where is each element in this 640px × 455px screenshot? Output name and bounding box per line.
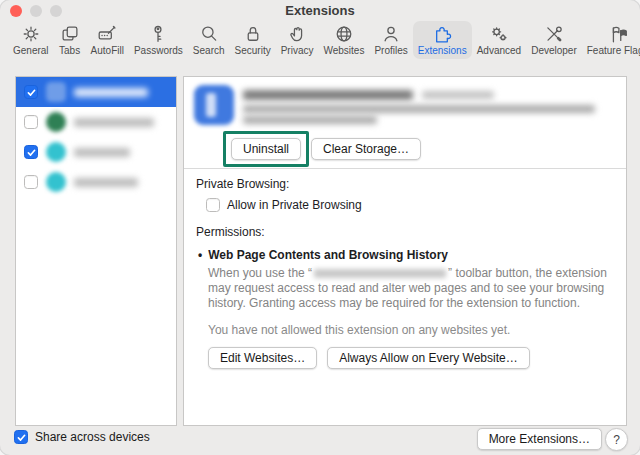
toolbar-tab-label: Search (193, 45, 225, 56)
toolbar-tab-label: Privacy (281, 45, 314, 56)
toolbar-tab-label: General (13, 45, 49, 56)
key-icon (147, 23, 169, 45)
redacted-extension-name (74, 148, 130, 157)
permission-description: When you use the “” toolbar button, the … (208, 266, 616, 311)
settings-toolbar: General Tabs AutoFill Passwords Search S… (0, 19, 640, 58)
extension-list-item[interactable] (16, 107, 176, 137)
lock-icon (242, 23, 264, 45)
toolbar-tab-label: Advanced (477, 45, 521, 56)
uninstall-button[interactable]: Uninstall (231, 138, 301, 160)
extension-icon (46, 112, 66, 132)
toolbar-tab-label: Profiles (374, 45, 407, 56)
redacted-extension-name-inline (314, 269, 446, 278)
toolbar-tab-privacy[interactable]: Privacy (276, 21, 319, 59)
permissions-label: Permissions: (196, 225, 614, 239)
tools-icon (543, 23, 565, 45)
extension-enabled-checkbox[interactable] (24, 145, 38, 159)
toolbar-tab-general[interactable]: General (8, 21, 54, 59)
toolbar-tab-label: Security (235, 45, 271, 56)
share-across-devices-checkbox[interactable] (14, 430, 28, 444)
extension-list-item[interactable] (16, 167, 176, 197)
redacted-extension-name (74, 118, 154, 127)
redacted-extension-version (422, 91, 494, 99)
globe-icon (333, 23, 355, 45)
extensions-sidebar-list (15, 76, 177, 426)
extension-icon (46, 142, 66, 162)
extension-enabled-checkbox[interactable] (24, 85, 38, 99)
allow-private-browsing-checkbox[interactable] (206, 198, 220, 212)
gear-icon (20, 23, 42, 45)
toolbar-tab-label: Feature Flags (587, 45, 640, 56)
tabs-icon (59, 23, 81, 45)
toolbar-tab-label: Extensions (418, 45, 467, 56)
safari-settings-window: Extensions General Tabs AutoFill Passwor… (0, 0, 640, 455)
flags-icon (607, 23, 629, 45)
puzzle-icon (431, 23, 453, 45)
toolbar-tab-label: Websites (323, 45, 364, 56)
titlebar: Extensions (0, 0, 640, 20)
always-allow-button[interactable]: Always Allow on Every Website… (327, 347, 530, 369)
tutorial-highlight-box: Uninstall (223, 131, 309, 167)
toolbar-tab-profiles[interactable]: Profiles (369, 21, 412, 59)
toolbar-tab-autofill[interactable]: AutoFill (86, 21, 129, 59)
toolbar-tab-extensions[interactable]: Extensions (413, 21, 472, 59)
websites-status-text: You have not allowed this extension on a… (208, 323, 614, 337)
toolbar-tab-security[interactable]: Security (230, 21, 276, 59)
toolbar-tab-label: Developer (531, 45, 577, 56)
redacted-extension-title (243, 90, 413, 100)
window-title: Extensions (0, 3, 640, 18)
redacted-extension-description-line1 (243, 105, 595, 113)
autofill-icon (96, 23, 118, 45)
permission-title: Web Page Contents and Browsing History (208, 248, 448, 262)
extension-detail-header: Uninstall Clear Storage… (184, 77, 626, 169)
clear-storage-button[interactable]: Clear Storage… (311, 138, 421, 160)
toolbar-tab-label: Tabs (59, 45, 80, 56)
share-across-devices-row: Share across devices (14, 430, 150, 444)
toolbar-tab-label: Passwords (134, 45, 183, 56)
bullet-glyph: • (198, 248, 202, 262)
allow-private-browsing-label: Allow in Private Browsing (227, 198, 362, 212)
extension-app-icon (194, 85, 234, 125)
help-button[interactable]: ? (605, 428, 628, 451)
toolbar-tab-passwords[interactable]: Passwords (129, 21, 188, 59)
hand-icon (286, 23, 308, 45)
toolbar-tab-developer[interactable]: Developer (526, 21, 582, 59)
gears-icon (488, 23, 510, 45)
extension-enabled-checkbox[interactable] (24, 175, 38, 189)
redacted-extension-name (74, 178, 138, 187)
extension-icon (46, 82, 66, 102)
toolbar-tab-websites[interactable]: Websites (318, 21, 369, 59)
extension-list-item[interactable] (16, 137, 176, 167)
magnifier-icon (198, 23, 220, 45)
toolbar-tab-tabs[interactable]: Tabs (54, 21, 86, 59)
toolbar-tab-label: AutoFill (91, 45, 124, 56)
redacted-extension-description-line2 (243, 116, 377, 124)
toolbar-tab-advanced[interactable]: Advanced (472, 21, 526, 59)
extension-list-item[interactable] (16, 77, 176, 107)
person-icon (380, 23, 402, 45)
flags-icon-tab[interactable]: Feature Flags (582, 21, 640, 59)
extension-detail-body: Private Browsing: Allow in Private Brows… (184, 169, 626, 369)
extension-icon (46, 172, 66, 192)
edit-websites-button[interactable]: Edit Websites… (208, 347, 317, 369)
private-browsing-label: Private Browsing: (196, 177, 614, 191)
permission-item: •Web Page Contents and Browsing History (198, 248, 614, 262)
share-across-devices-label: Share across devices (35, 430, 150, 444)
extension-detail-panel: Uninstall Clear Storage… Private Browsin… (183, 76, 627, 426)
redacted-extension-name (74, 88, 148, 97)
toolbar-tab-search[interactable]: Search (188, 21, 230, 59)
more-extensions-button[interactable]: More Extensions… (477, 428, 602, 450)
permission-description-text: When you use the “ (208, 266, 312, 280)
extension-enabled-checkbox[interactable] (24, 115, 38, 129)
